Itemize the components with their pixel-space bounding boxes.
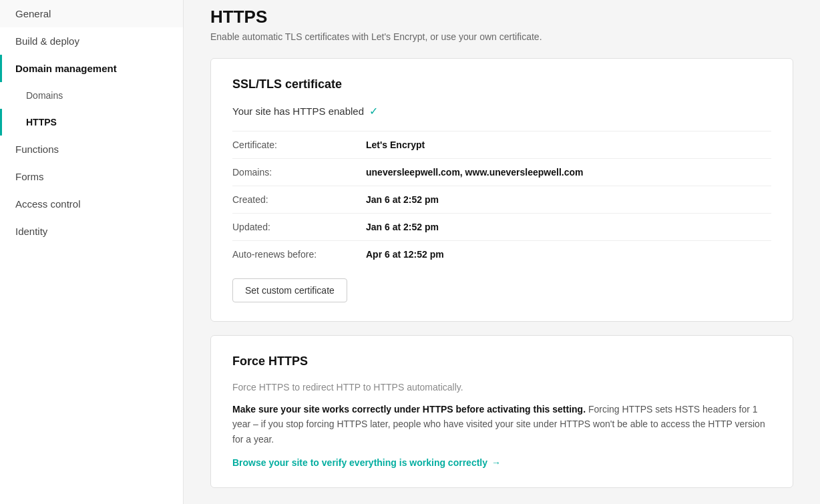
cert-table-row: Certificate:Let's Encrypt	[232, 132, 771, 159]
force-https-warning-bold: Make sure your site works correctly unde…	[232, 404, 586, 415]
sidebar: General Build & deploy Domain management…	[0, 0, 184, 504]
cert-row-value: Jan 6 at 2:52 pm	[366, 214, 771, 241]
cert-row-label: Auto-renews before:	[232, 241, 366, 268]
main-content: HTTPS Enable automatic TLS certificates …	[184, 0, 820, 504]
sidebar-item-build-deploy[interactable]: Build & deploy	[0, 27, 183, 55]
cert-table-row: Updated:Jan 6 at 2:52 pm	[232, 214, 771, 241]
sidebar-item-functions[interactable]: Functions	[0, 136, 183, 163]
ssl-card-title: SSL/TLS certificate	[232, 77, 771, 91]
sidebar-item-domain-management[interactable]: Domain management	[0, 55, 183, 82]
cert-row-label: Certificate:	[232, 132, 366, 159]
cert-row-label: Domains:	[232, 159, 366, 186]
page-title: HTTPS	[210, 0, 793, 27]
cert-row-value: Apr 6 at 12:52 pm	[366, 241, 771, 268]
sidebar-item-access-control[interactable]: Access control	[0, 190, 183, 218]
cert-table-row: Created:Jan 6 at 2:52 pm	[232, 186, 771, 214]
force-https-title: Force HTTPS	[232, 354, 771, 368]
browse-link-arrow: →	[491, 457, 501, 468]
force-https-warning: Make sure your site works correctly unde…	[232, 402, 771, 447]
set-custom-cert-button[interactable]: Set custom certificate	[232, 278, 347, 302]
cert-table-row: Auto-renews before:Apr 6 at 12:52 pm	[232, 241, 771, 268]
sidebar-item-identity[interactable]: Identity	[0, 218, 183, 245]
force-https-description: Force HTTPS to redirect HTTP to HTTPS au…	[232, 382, 771, 393]
force-https-card: Force HTTPS Force HTTPS to redirect HTTP…	[210, 335, 793, 488]
cert-table: Certificate:Let's EncryptDomains:unevers…	[232, 131, 771, 268]
cert-row-label: Updated:	[232, 214, 366, 241]
browse-link[interactable]: Browse your site to verify everything is…	[232, 457, 501, 468]
browse-link-text: Browse your site to verify everything is…	[232, 457, 487, 468]
ssl-tls-card: SSL/TLS certificate Your site has HTTPS …	[210, 58, 793, 322]
https-status: Your site has HTTPS enabled ✓	[232, 105, 771, 117]
cert-row-value: uneversleepwell.com, www.uneversleepwell…	[366, 159, 771, 186]
cert-table-row: Domains:uneversleepwell.com, www.unevers…	[232, 159, 771, 186]
cert-row-label: Created:	[232, 186, 366, 214]
sidebar-item-https[interactable]: HTTPS	[0, 109, 183, 136]
https-status-text: Your site has HTTPS enabled	[232, 105, 364, 117]
cert-row-value: Let's Encrypt	[366, 132, 771, 159]
page-subtitle: Enable automatic TLS certificates with L…	[210, 31, 793, 42]
check-icon: ✓	[369, 105, 378, 117]
sidebar-item-forms[interactable]: Forms	[0, 163, 183, 190]
cert-row-value: Jan 6 at 2:52 pm	[366, 186, 771, 214]
sidebar-item-domains[interactable]: Domains	[0, 82, 183, 109]
sidebar-item-general[interactable]: General	[0, 0, 183, 27]
